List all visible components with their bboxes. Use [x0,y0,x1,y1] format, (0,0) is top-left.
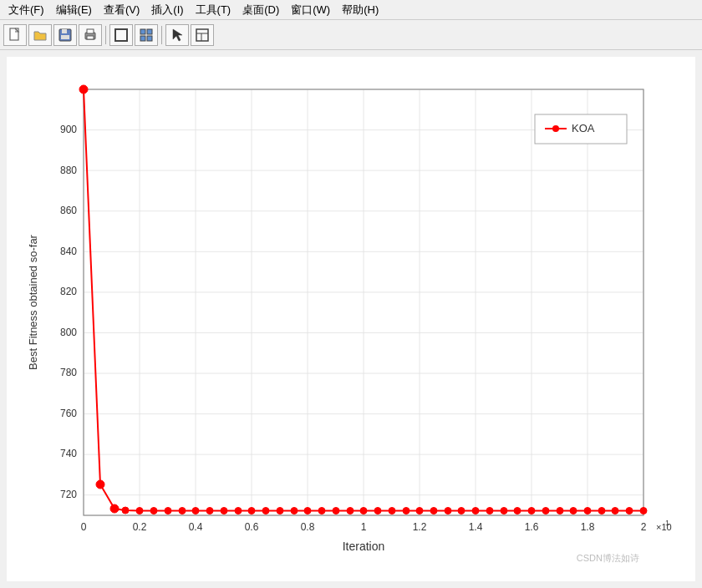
x-axis-label: Iteration [343,540,385,553]
dot-39 [626,508,633,514]
menu-insert[interactable]: 插入(I) [146,1,188,19]
panel-button[interactable] [191,24,214,46]
dot-32 [528,508,535,514]
x-scale-exp: 1 [665,519,669,527]
watermark: CSDN博法如诗 [577,553,639,563]
legend-label: KOA [572,122,595,134]
menu-view[interactable]: 查看(V) [99,1,145,19]
dot-4 [136,508,143,514]
svg-rect-11 [147,36,152,41]
dot-0 [79,85,88,94]
x-tick-16: 1.6 [525,521,539,533]
toolbar-sep-2 [161,26,162,44]
x-tick-0: 0 [81,521,87,533]
dot-40 [640,508,647,514]
dot-1 [96,480,104,489]
x-tick-14: 1.4 [469,521,483,533]
y-tick-740: 740 [60,448,77,459]
dot-13 [262,508,269,514]
dot-17 [318,508,325,514]
menu-tools[interactable]: 工具(T) [191,1,237,19]
toolbar-sep-1 [105,26,106,44]
dot-5 [150,508,157,514]
dot-9 [206,508,213,514]
svg-marker-12 [173,29,182,41]
print-button[interactable] [79,24,102,46]
dot-36 [584,508,591,514]
chart-container: 720 740 760 780 800 820 840 860 880 900 … [25,73,677,565]
dot-3 [122,507,129,514]
menu-file[interactable]: 文件(F) [3,1,49,19]
y-tick-820: 820 [60,286,77,297]
menu-window[interactable]: 窗口(W) [286,1,335,19]
dot-29 [486,508,493,514]
x-tick-18: 1.8 [581,521,595,533]
dot-22 [389,508,395,514]
svg-rect-3 [61,35,69,39]
dot-15 [291,508,298,514]
dot-27 [458,508,465,514]
chart-svg: 720 740 760 780 800 820 840 860 880 900 … [25,73,677,565]
dot-24 [416,508,423,514]
legend-dot [552,125,559,132]
svg-rect-2 [62,29,67,33]
dot-14 [277,508,283,514]
x-tick-2: 2 [641,521,647,533]
save-button[interactable] [53,24,77,46]
dot-33 [542,508,549,514]
dot-6 [165,508,171,514]
dot-12 [248,508,255,514]
y-tick-800: 800 [60,327,77,338]
x-tick-02: 0.2 [133,521,147,533]
x-tick-1: 1 [361,521,367,533]
svg-rect-8 [140,29,145,34]
menu-help[interactable]: 帮助(H) [337,1,384,19]
y-tick-840: 840 [60,246,77,257]
dot-37 [598,508,605,514]
menu-desktop[interactable]: 桌面(D) [237,1,284,19]
main-area: 720 740 760 780 800 820 840 860 880 900 … [7,57,695,581]
svg-rect-6 [87,36,94,39]
y-tick-720: 720 [60,489,77,500]
dot-31 [514,508,521,514]
dot-34 [557,508,563,514]
dot-30 [501,508,507,514]
x-tick-06: 0.6 [245,521,259,533]
x-tick-04: 0.4 [189,521,203,533]
dot-28 [472,508,479,514]
menu-edit[interactable]: 编辑(E) [51,1,97,19]
y-tick-760: 760 [60,408,77,419]
select-button[interactable] [165,24,189,46]
y-tick-860: 860 [60,205,77,216]
toolbar [0,20,702,50]
dot-25 [430,508,437,514]
y-axis-label: Best Fitness obtained so-far [27,234,39,370]
y-tick-900: 900 [60,124,77,135]
x-tick-08: 0.8 [301,521,315,533]
x-tick-12: 1.2 [413,521,427,533]
dot-16 [304,508,311,514]
dot-7 [179,508,186,514]
frame-button[interactable] [109,24,133,46]
dot-19 [347,508,354,514]
svg-rect-10 [140,36,145,41]
dot-18 [333,508,339,514]
svg-rect-7 [115,29,127,41]
dot-10 [221,508,227,514]
svg-rect-13 [196,29,208,41]
new-button[interactable] [3,24,27,46]
y-tick-880: 880 [60,165,77,176]
dot-20 [360,508,367,514]
dot-11 [235,508,242,514]
grid-button[interactable] [135,24,158,46]
open-button[interactable] [28,24,52,46]
svg-rect-5 [87,29,94,33]
svg-rect-9 [147,29,152,34]
dot-2 [110,504,119,513]
dot-26 [445,508,451,514]
dot-35 [570,508,577,514]
dot-23 [403,508,410,514]
y-tick-780: 780 [60,367,77,378]
menubar: 文件(F) 编辑(E) 查看(V) 插入(I) 工具(T) 桌面(D) 窗口(W… [0,0,702,20]
dot-21 [374,508,381,514]
